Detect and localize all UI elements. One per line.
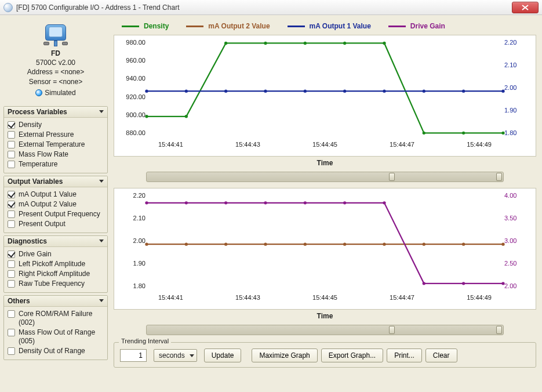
checkbox[interactable] <box>8 210 15 218</box>
checkbox[interactable] <box>8 280 15 288</box>
group-diagnostics: Diagnostics Drive GainLeft Pickoff Ampli… <box>3 235 108 293</box>
svg-point-11 <box>185 90 188 93</box>
checkbox[interactable] <box>8 270 15 278</box>
group-header-diagnostics[interactable]: Diagnostics <box>4 236 107 247</box>
update-button[interactable]: Update <box>204 349 242 362</box>
chart-plot-bottom <box>147 192 503 296</box>
svg-point-16 <box>383 90 385 93</box>
slider-thumb-left[interactable] <box>389 173 395 181</box>
svg-point-39 <box>501 282 504 285</box>
list-item[interactable]: External Pressure <box>8 130 104 140</box>
chevron-down-icon <box>190 354 194 357</box>
checkbox[interactable] <box>8 220 15 228</box>
legend-ma1: mA Output 1 Value <box>288 22 371 30</box>
group-body-others[interactable]: Core ROM/RAM Failure (002)Mass Flow Out … <box>4 307 107 360</box>
time-slider-bottom[interactable] <box>146 325 504 335</box>
svg-point-9 <box>501 132 504 135</box>
svg-point-8 <box>462 132 465 135</box>
checkbox[interactable] <box>8 151 15 158</box>
checkbox[interactable] <box>8 310 15 318</box>
checkbox-label: Temperature <box>19 160 57 169</box>
list-item[interactable]: Mass Flow Out of Range (005) <box>8 328 104 346</box>
checkbox[interactable] <box>8 131 15 139</box>
interval-unit-dropdown[interactable]: seconds <box>154 349 197 362</box>
legend-line-icon <box>288 26 305 27</box>
legend-density: Density <box>122 22 169 30</box>
y-axis-left-top: 980.00960.00940.00920.00900.00880.00 <box>114 35 147 140</box>
svg-point-27 <box>423 243 425 246</box>
device-icon <box>40 21 71 46</box>
checkbox[interactable] <box>8 260 15 268</box>
checkbox[interactable] <box>8 121 15 129</box>
slider-thumb-right[interactable] <box>496 326 502 334</box>
chart-plot-top <box>147 39 503 143</box>
group-header-process[interactable]: Process Variables <box>4 107 107 118</box>
legend-ma2: mA Output 2 Value <box>186 22 270 30</box>
group-header-others[interactable]: Others <box>4 296 107 307</box>
list-item[interactable]: Core ROM/RAM Failure (002) <box>8 309 104 328</box>
checkbox[interactable] <box>8 161 15 168</box>
list-item[interactable]: Density Out of Range <box>8 346 104 356</box>
y-axis-right-bottom: 4.003.503.002.502.00 <box>503 188 536 293</box>
checkbox-label: Mass Flow Out of Range (005) <box>19 328 104 346</box>
clear-button[interactable]: Clear <box>425 349 457 362</box>
checkbox[interactable] <box>8 329 15 336</box>
list-item[interactable]: Temperature <box>8 159 104 169</box>
list-item[interactable]: Raw Tube Frequency <box>8 279 104 289</box>
chevron-down-icon <box>99 239 104 242</box>
y-axis-right-top: 2.202.102.001.901.80 <box>503 35 536 140</box>
x-axis-label-bottom: Time <box>114 312 536 320</box>
checkbox-label: mA Output 2 Value <box>19 200 77 209</box>
chart-top[interactable]: 980.00960.00940.00920.00900.00880.00 2.2… <box>114 35 536 157</box>
list-item[interactable]: Drive Gain <box>8 249 104 259</box>
svg-point-15 <box>343 90 346 93</box>
group-others: Others Core ROM/RAM Failure (002)Mass Fl… <box>3 295 108 360</box>
chart-bottom[interactable]: 2.202.102.001.901.80 4.003.503.002.502.0… <box>114 188 536 310</box>
window-close-button[interactable] <box>512 2 539 13</box>
titlebar: [FD] 5700 Configurable I/O - Address 1 -… <box>0 0 542 15</box>
group-body-output[interactable]: mA Output 1 ValuemA Output 2 ValuePresen… <box>4 187 107 233</box>
list-item[interactable]: Present Output <box>8 219 104 229</box>
list-item[interactable]: Left Pickoff Amplitude <box>8 259 104 269</box>
checkbox[interactable] <box>8 201 15 208</box>
maximize-graph-button[interactable]: Maximize Graph <box>252 349 317 362</box>
list-item[interactable]: mA Output 1 Value <box>8 190 104 199</box>
svg-point-29 <box>501 243 504 246</box>
checkbox-label: mA Output 1 Value <box>19 190 77 199</box>
slider-thumb-right[interactable] <box>496 173 502 181</box>
group-body-process[interactable]: DensityExternal PressureExternal Tempera… <box>4 118 107 173</box>
list-item[interactable]: Right Pickoff Amplitude <box>8 269 104 279</box>
time-slider-top[interactable] <box>146 172 504 182</box>
checkbox[interactable] <box>8 141 15 148</box>
svg-point-4 <box>304 42 307 45</box>
svg-point-24 <box>304 243 307 246</box>
simulated-badge: Simulated <box>35 89 75 97</box>
checkbox-label: Drive Gain <box>19 250 52 259</box>
device-name: FD <box>5 49 107 58</box>
svg-point-36 <box>383 201 385 204</box>
list-item[interactable]: Present Output Frequency <box>8 209 104 219</box>
checkbox-label: Density <box>19 121 42 129</box>
svg-point-19 <box>501 90 504 93</box>
print-button[interactable]: Print... <box>387 349 422 362</box>
y-axis-left-bottom: 2.202.102.001.901.80 <box>114 188 147 293</box>
checkbox[interactable] <box>8 251 15 258</box>
checkbox[interactable] <box>8 191 15 198</box>
sidebar: FD 5700C v2.00 Address = <none> Sensor =… <box>0 15 110 392</box>
chart-legend: Density mA Output 2 Value mA Output 1 Va… <box>114 20 536 35</box>
interval-input[interactable] <box>120 349 147 362</box>
svg-point-6 <box>383 42 385 45</box>
group-header-output[interactable]: Output Variables <box>4 176 107 187</box>
list-item[interactable]: External Temperature <box>8 140 104 150</box>
group-process-variables: Process Variables DensityExternal Pressu… <box>3 106 108 173</box>
list-item[interactable]: Density <box>8 120 104 130</box>
svg-point-13 <box>264 90 267 93</box>
list-item[interactable]: Mass Flow Rate <box>8 150 104 159</box>
group-body-diagnostics[interactable]: Drive GainLeft Pickoff AmplitudeRight Pi… <box>4 247 107 292</box>
checkbox[interactable] <box>8 347 15 355</box>
legend-drive: Drive Gain <box>388 22 445 30</box>
slider-thumb-left[interactable] <box>389 326 395 334</box>
export-graph-button[interactable]: Export Graph... <box>321 349 383 362</box>
svg-point-37 <box>423 282 425 285</box>
list-item[interactable]: mA Output 2 Value <box>8 199 104 209</box>
